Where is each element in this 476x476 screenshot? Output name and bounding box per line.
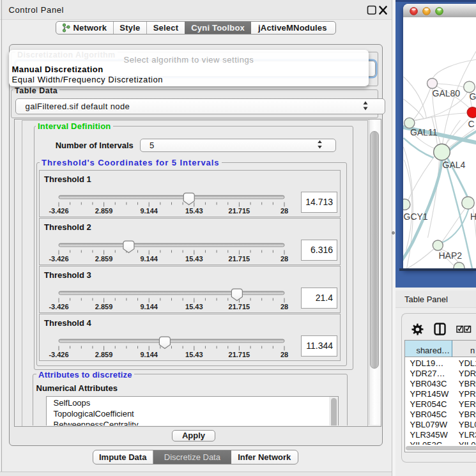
svg-text:GAL11: GAL11 [410, 127, 437, 137]
svg-text:GAL4: GAL4 [442, 160, 465, 170]
svg-text:GCY1: GCY1 [403, 211, 427, 222]
svg-text:HAP2: HAP2 [438, 250, 462, 261]
svg-text:C: C [468, 119, 474, 129]
svg-text:H: H [470, 211, 476, 222]
svg-text:GA: GA [469, 91, 476, 102]
svg-text:GAL80: GAL80 [432, 88, 460, 98]
